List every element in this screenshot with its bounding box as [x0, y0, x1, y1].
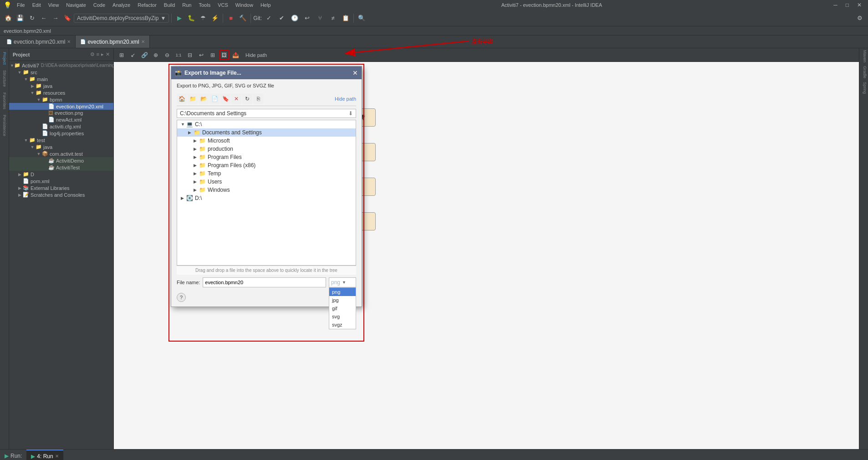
dialog-refresh-button[interactable]: ↻ [242, 94, 252, 104]
ft-folder-d: 💽 [186, 195, 193, 201]
ft-label-program-files: Program Files [208, 154, 242, 160]
ft-label-production: production [208, 146, 233, 152]
dialog-filename-label: File name: [177, 280, 200, 285]
dialog-download-icon[interactable]: ⬇ [348, 110, 353, 117]
ft-folder-users: 📁 [199, 179, 206, 185]
ft-arrow-users: ▶ [194, 179, 199, 184]
dialog-bookmark-button[interactable]: 🔖 [220, 94, 230, 104]
ft-label-microsoft: Microsoft [208, 138, 230, 144]
dialog-folder-button[interactable]: 📁 [188, 94, 198, 104]
dialog-current-path: C:\Documents and Settings [180, 110, 348, 117]
dialog-title-text: Export to Image File... [184, 70, 241, 76]
dialog-tree-item-temp[interactable]: ▶ 📁 Temp [177, 169, 356, 178]
dialog-home-button[interactable]: 🏠 [177, 94, 187, 104]
ft-folder-temp: 📁 [199, 170, 206, 177]
dialog-path-bar: C:\Documents and Settings ⬇ [177, 109, 356, 118]
dialog-icon: 📸 [175, 70, 182, 76]
dialog-format-arrow-icon: ▼ [342, 280, 346, 285]
dialog-delete-button[interactable]: ✕ [231, 94, 241, 104]
dialog-hide-path-link[interactable]: Hide path [335, 96, 356, 102]
dialog-tree-item-program-files-x86[interactable]: ▶ 📁 Program Files (x86) [177, 161, 356, 169]
ft-label-d: D:\ [195, 195, 202, 201]
dialog-format-dropdown-list: png jpg gif svg svgz [329, 287, 356, 329]
dialog-tree-item-docs[interactable]: ▶ 📁 Documents and Settings [177, 128, 356, 137]
ft-label-program-files-x86: Program Files (x86) [208, 162, 255, 169]
ft-folder-production: 📁 [199, 146, 206, 152]
ft-arrow-production: ▶ [194, 147, 199, 151]
dialog-title-bar: 📸 Export to Image File... ✕ [171, 66, 362, 79]
dialog-format-opt-jpg[interactable]: jpg [329, 296, 356, 304]
ft-arrow-d: ▶ [181, 196, 186, 200]
ft-folder-program-files-x86: 📁 [199, 162, 206, 169]
ft-arrow-program-files-x86: ▶ [194, 163, 199, 168]
ft-arrow-windows: ▶ [194, 188, 199, 192]
ft-label-docs: Documents and Settings [202, 129, 262, 136]
dialog-close-button[interactable]: ✕ [352, 69, 358, 77]
dialog-file-tree: ▼ 💻 C:\ ▶ 📁 Documents and Settings ▶ 📁 M… [177, 120, 356, 266]
ft-folder-microsoft: 📁 [199, 138, 206, 144]
dialog-format-select[interactable]: png ▼ [329, 277, 356, 287]
dialog-overlay: 📸 Export to Image File... ✕ Export to PN… [0, 0, 868, 460]
dialog-tree-item-microsoft[interactable]: ▶ 📁 Microsoft [177, 137, 356, 145]
ft-folder-docs: 📁 [194, 129, 200, 136]
dialog-title: 📸 Export to Image File... [175, 70, 241, 76]
dialog-filename-input[interactable] [203, 277, 326, 287]
ft-folder-c: 💻 [186, 121, 193, 128]
ft-label-temp: Temp [208, 170, 221, 177]
dialog-tree-item-windows[interactable]: ▶ 📁 Windows [177, 186, 356, 194]
dialog-tree-item-program-files[interactable]: ▶ 📁 Program Files [177, 153, 356, 161]
ft-arrow-docs: ▶ [188, 130, 194, 135]
dialog-format-opt-svg[interactable]: svg [329, 312, 356, 321]
dialog-format-value: png [331, 279, 340, 286]
ft-label-users: Users [208, 179, 222, 185]
dialog-body: Export to PNG, JPG, GIF, SVG or SVGZ fil… [171, 79, 362, 307]
dialog-file-toolbar: 🏠 📁 📂 📄 🔖 ✕ ↻ ⎘ Hide path [177, 92, 356, 106]
dialog-copy-button[interactable]: ⎘ [253, 94, 263, 104]
dialog-filename-row: File name: png ▼ png jpg gif svg svgz [177, 275, 356, 290]
dialog-tree-item-production[interactable]: ▶ 📁 production [177, 145, 356, 153]
dialog-format-dropdown: png ▼ png jpg gif svg svgz [329, 277, 356, 287]
ft-label-windows: Windows [208, 187, 230, 193]
dialog-tree-item-d[interactable]: ▶ 💽 D:\ [177, 194, 356, 202]
dialog-new-file-button[interactable]: 📄 [209, 94, 220, 104]
export-dialog: 📸 Export to Image File... ✕ Export to PN… [171, 66, 362, 307]
ft-folder-program-files: 📁 [199, 154, 206, 160]
dialog-new-folder-button[interactable]: 📂 [199, 94, 209, 104]
ft-arrow-microsoft: ▶ [194, 138, 199, 143]
ft-arrow-temp: ▶ [194, 171, 199, 176]
dialog-format-opt-png[interactable]: png [329, 288, 356, 296]
dialog-tree-item-users[interactable]: ▶ 📁 Users [177, 178, 356, 186]
dialog-tree-item-c[interactable]: ▼ 💻 C:\ [177, 120, 356, 128]
dialog-format-opt-gif[interactable]: gif [329, 304, 356, 312]
dialog-drag-hint: Drag and drop a file into the space abov… [177, 266, 356, 275]
ft-arrow-c: ▼ [181, 122, 186, 127]
dialog-format-opt-svgz[interactable]: svgz [329, 321, 356, 329]
dialog-help-button[interactable]: ? [177, 293, 186, 302]
ft-folder-windows: 📁 [199, 187, 206, 193]
ft-arrow-program-files: ▶ [194, 155, 199, 159]
dialog-subtitle: Export to PNG, JPG, GIF, SVG or SVGZ fil… [177, 83, 356, 88]
ft-label-c: C:\ [195, 121, 202, 128]
